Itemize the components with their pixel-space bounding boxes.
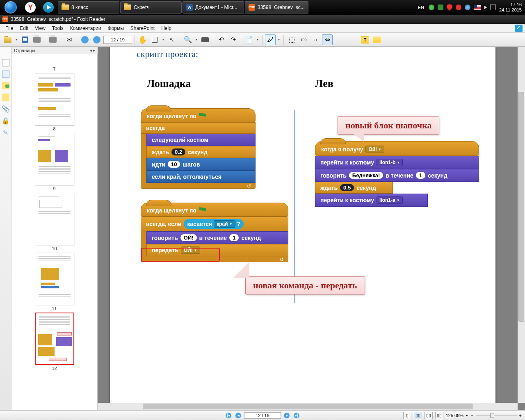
expand-ribbon-icon[interactable] [515, 25, 523, 32]
next-page-button[interactable]: ↓ [91, 34, 102, 45]
actual-size-button[interactable]: 100 [298, 34, 309, 45]
windows-taskbar: Y 8 класс Скретч WДокумент1 - Micr... PD… [0, 0, 525, 15]
fit-page-button[interactable]: ⬚ [286, 34, 297, 45]
message-dropdown: Ой!▼ [365, 146, 384, 153]
media-player-icon[interactable] [39, 0, 57, 15]
menu-edit[interactable]: Edit [17, 25, 31, 32]
bookmarks-panel-icon[interactable] [2, 71, 9, 78]
security-shield-icon[interactable] [447, 4, 452, 11]
costume-dropdown: lion1-a▼ [377, 196, 403, 204]
thumbnail-9[interactable]: 9 [34, 133, 75, 191]
scroll-thumb[interactable] [143, 404, 472, 409]
task-folder-1[interactable]: 8 класс [58, 1, 119, 14]
menu-help[interactable]: Help [158, 25, 174, 32]
search-dropdown[interactable]: ▾ [194, 38, 199, 41]
task-word[interactable]: WДокумент1 - Micr... [183, 1, 244, 14]
arrow-down-icon: ↓ [93, 36, 100, 43]
thumbnail-11[interactable]: 11 [34, 253, 75, 311]
zoom-slider[interactable] [476, 415, 517, 416]
last-page-button[interactable]: ▸| [292, 412, 301, 419]
prev-page-button[interactable]: ◂ [234, 412, 242, 419]
rotate-right-button[interactable]: ↷ [228, 34, 238, 45]
comments-panel-icon[interactable] [2, 82, 9, 89]
menu-tools[interactable]: Tools [49, 25, 66, 32]
thumbnail-12[interactable]: 12 [34, 313, 75, 371]
select-text-button[interactable] [149, 34, 160, 45]
signatures-panel-icon[interactable]: ✎ [3, 129, 8, 137]
thumbnails-panel[interactable]: 7 8 9 10 11 12 [11, 54, 98, 410]
email-button[interactable]: ✉ [64, 34, 74, 45]
tray-icon[interactable] [490, 5, 496, 10]
save-button[interactable] [20, 34, 30, 45]
start-button[interactable] [0, 0, 21, 15]
quicktime-icon[interactable] [465, 5, 470, 10]
yandex-browser-icon[interactable]: Y [21, 0, 39, 15]
menu-forms[interactable]: Формы [105, 25, 126, 32]
fit-visible-button[interactable]: ⇔ [322, 34, 333, 45]
sticky-note-icon [373, 37, 381, 43]
open-button[interactable] [2, 34, 13, 45]
volume-icon[interactable] [484, 6, 487, 9]
clock[interactable]: 17:1624.11.2015 [499, 2, 522, 13]
search-button[interactable]: 🔍 [183, 34, 193, 45]
sign-dropdown[interactable]: ▾ [277, 38, 281, 41]
page-number-input[interactable] [103, 36, 132, 44]
status-page-input[interactable] [244, 412, 281, 419]
document-viewport[interactable]: скрипт проекта: Лошадка Лев когда щелкну… [98, 47, 525, 410]
zoom-slider-knob[interactable] [490, 413, 494, 418]
forever-if-block: всегда, если касаетсякрай▼? [141, 217, 288, 231]
menu-view[interactable]: View [32, 25, 48, 32]
costume-dropdown: lion1-b▼ [377, 159, 403, 166]
vertical-scrollbar[interactable] [518, 47, 525, 403]
select-dropdown[interactable]: ▾ [161, 38, 165, 41]
next-page-button[interactable]: ▸ [283, 412, 291, 419]
continuous-view-button[interactable]: ▯▯ [414, 412, 422, 419]
layers-panel-icon[interactable] [2, 94, 9, 101]
menu-comments[interactable]: Комментарии [67, 25, 104, 32]
zoom-in-button[interactable]: + [519, 413, 522, 418]
thumbnail-7[interactable]: 7 [34, 57, 75, 71]
facing-view-button[interactable]: ▯▯ [425, 412, 433, 419]
menu-sharepoint[interactable]: SharePoint [128, 25, 158, 32]
keyboard-layout-icon[interactable] [474, 5, 481, 10]
system-tray: EN 17:1624.11.2015 [413, 2, 525, 13]
security-panel-icon[interactable]: 🔒 [2, 117, 10, 125]
callout-tail [233, 262, 249, 278]
prev-page-button[interactable]: ↑ [80, 34, 90, 45]
pdf-sign-button[interactable]: 🖊 [265, 34, 276, 45]
print-button[interactable] [32, 34, 42, 45]
thumbnail-8[interactable]: 8 [34, 73, 75, 131]
rotate-left-button[interactable]: ↶ [216, 34, 226, 45]
thumbnail-10[interactable]: 10 [34, 193, 75, 251]
fit-width-button[interactable]: ↔ [310, 34, 321, 45]
thumbnails-options-icon[interactable]: ◂ ▸ [90, 48, 95, 52]
goto-dropdown[interactable]: ▾ [256, 38, 260, 41]
pages-panel-icon[interactable] [2, 59, 9, 66]
zoom-out-button[interactable]: − [470, 413, 473, 418]
first-page-button[interactable]: |◂ [224, 412, 233, 419]
task-foxit[interactable]: PDF33598_Grebnev_sc... [245, 1, 308, 14]
select-icon [152, 37, 158, 43]
attachments-panel-icon[interactable]: 📎 [2, 105, 10, 113]
language-indicator[interactable]: EN [417, 5, 425, 10]
hand-tool-button[interactable]: ✋ [137, 34, 148, 45]
task-folder-2[interactable]: Скретч [120, 1, 182, 14]
single-page-view-button[interactable]: ▯ [403, 412, 411, 419]
select-annotation-button[interactable]: ↖ [167, 34, 177, 45]
menu-file[interactable]: File [2, 25, 16, 32]
continuous-facing-view-button[interactable]: ▯▯ [435, 412, 443, 419]
goto-button[interactable]: 📄 [244, 34, 254, 45]
scroll-thumb[interactable] [518, 92, 524, 322]
column-heading-1: Лошадка [147, 78, 191, 90]
say-block: говоритьОЙ!в течение1секунд [146, 231, 288, 244]
typewriter-button[interactable]: T [360, 34, 370, 45]
note-button[interactable] [372, 34, 382, 45]
tray-icon[interactable] [429, 5, 434, 10]
open-dropdown[interactable]: ▾ [14, 38, 18, 41]
snapshot-button[interactable] [200, 34, 210, 45]
tray-icon[interactable] [438, 5, 443, 10]
print-quick-button[interactable] [48, 34, 58, 45]
horizontal-scrollbar[interactable] [98, 403, 518, 410]
zoom-dropdown[interactable]: ▾ [466, 413, 468, 418]
tray-icon[interactable] [456, 5, 461, 10]
